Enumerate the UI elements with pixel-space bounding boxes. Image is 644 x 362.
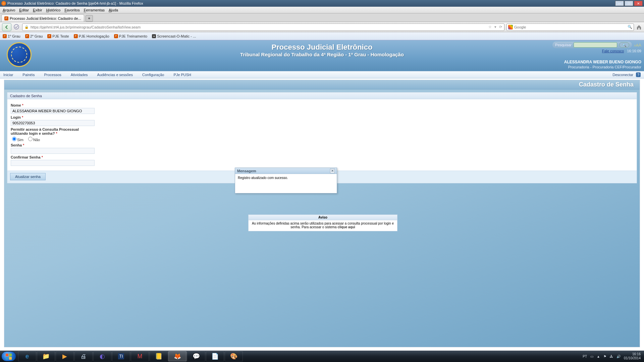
header-tools: Pesquisar 🔍 AAA (552, 42, 641, 48)
pje-icon: P (74, 34, 78, 38)
bookmark-star-icon[interactable]: ☆ (488, 25, 492, 29)
menu-ferramentas[interactable]: Ferramentas (84, 8, 105, 12)
header-search: Pesquisar 🔍 (552, 42, 632, 48)
adaptive-icon[interactable] (13, 24, 20, 31)
taskbar-gmail[interactable]: M (131, 351, 149, 361)
search-label: Pesquisar (555, 43, 572, 47)
help-icon[interactable]: ? (636, 72, 641, 77)
bookmark-pje-trein[interactable]: PPJE Treinamento (114, 34, 147, 38)
form-area: Nome * Login * Permitir acesso à Consult… (7, 99, 637, 169)
pje-icon: P (114, 34, 118, 38)
back-button[interactable] (2, 23, 11, 31)
nav-paineis[interactable]: Painéis (22, 73, 35, 77)
eclipse-icon: ◐ (100, 353, 105, 360)
pje-icon: P (47, 34, 51, 38)
palette-icon: 🎨 (230, 353, 237, 360)
header-search-button[interactable]: 🔍 (619, 42, 629, 48)
radio-sim[interactable] (12, 137, 16, 141)
court-seal-logo (7, 42, 33, 68)
home-button[interactable] (636, 24, 642, 30)
tray-network-icon[interactable]: 🖧 (610, 355, 613, 358)
window-maximize-button[interactable]: □ (625, 1, 633, 6)
login-label: Login * (11, 115, 633, 119)
taskbar-eclipse[interactable]: ◐ (93, 351, 111, 361)
menu-exibir[interactable]: Exibir (33, 8, 42, 12)
senha-field[interactable] (11, 148, 95, 154)
start-button[interactable] (1, 351, 16, 361)
aviso-link[interactable]: clique aqui (337, 225, 355, 229)
menu-favoritos[interactable]: Favoritos (64, 8, 79, 12)
taskbar-chat[interactable]: 💬 (187, 351, 205, 361)
url-bar[interactable]: 🔒 https://pjehml.trt4.jus.br/primeirogra… (22, 23, 504, 31)
font-size-controls[interactable]: AAA (634, 43, 641, 48)
bookmark-bar: P1º Grau P2º Grau PPJE Teste PPJE Homolo… (0, 32, 644, 40)
message-popup: Mensagem ✕ Registro atualizado com suces… (235, 168, 337, 193)
taskbar-printer[interactable]: 🖨 (74, 351, 93, 361)
search-go-icon[interactable]: 🔍 (628, 25, 632, 29)
taskbar-explorer[interactable]: 📁 (37, 351, 55, 361)
nav-pje-push[interactable]: PJe PUSH (173, 73, 191, 77)
nav-atividades[interactable]: Atividades (71, 73, 88, 77)
search-input[interactable] (514, 25, 626, 29)
taskbar-firefox[interactable]: 🦊 (168, 351, 186, 361)
window-minimize-button[interactable]: — (615, 1, 624, 6)
taskbar-word[interactable]: 📄 (206, 351, 224, 361)
bookmark-screencast[interactable]: ●Screencast-O-Matic - ... (152, 34, 196, 38)
bookmark-2grau[interactable]: P2º Grau (25, 34, 43, 38)
bookmark-1grau[interactable]: P1º Grau (3, 34, 20, 38)
message-title[interactable]: Mensagem ✕ (235, 168, 337, 174)
atualizar-senha-button[interactable]: Atualizar senha (10, 173, 46, 180)
radio-nao[interactable] (28, 137, 33, 141)
login-field[interactable] (11, 120, 95, 126)
nome-field[interactable] (11, 108, 95, 114)
message-close-button[interactable]: ✕ (330, 169, 335, 173)
taskbar-ie[interactable]: e (18, 351, 36, 361)
bookmark-pje-homolog[interactable]: PPJE Homologação (74, 34, 109, 38)
tab-favicon-icon: P (4, 16, 8, 20)
tray-up-icon[interactable]: ▲ (597, 355, 600, 358)
tray-lang[interactable]: PT (583, 355, 587, 358)
senha-label: Senha * (11, 143, 633, 147)
nav-processos[interactable]: Processos (44, 73, 61, 77)
windows-taskbar: e 📁 ▶ 🖨 ◐ TI M 📒 🦊 💬 📄 🎨 PT ▭ ▲ ⚑ 🖧 🔊 16… (0, 351, 644, 362)
new-tab-button[interactable]: + (86, 15, 93, 22)
menu-ajuda[interactable]: Ajuda (109, 8, 118, 12)
browser-tab[interactable]: P Processo Judicial Eletrônico: Cadastro… (1, 14, 84, 22)
menu-editar[interactable]: Editar (19, 8, 29, 12)
nav-audiencias[interactable]: Audiências e sessões (97, 73, 133, 77)
tray-clock[interactable]: 16:16 01/10/2014 (624, 352, 641, 360)
confirmar-senha-field[interactable] (11, 160, 95, 166)
record-icon: ● (152, 34, 156, 38)
system-tray: PT ▭ ▲ ⚑ 🖧 🔊 16:16 01/10/2014 (583, 352, 643, 360)
nav-config[interactable]: Configuração (142, 73, 164, 77)
nav-iniciar[interactable]: Iniciar (3, 73, 13, 77)
taskbar-mediaplayer[interactable]: ▶ (56, 351, 74, 361)
window-close-button[interactable]: ✕ (634, 1, 643, 6)
bookmark-pje-teste[interactable]: PPJE Teste (47, 34, 69, 38)
doc-icon: 📄 (211, 353, 219, 360)
page-banner: Cadastro de Senha (4, 80, 640, 89)
tray-battery-icon[interactable]: ▭ (590, 355, 593, 358)
taskbar-paint[interactable]: 🎨 (225, 351, 243, 361)
taskbar-texteditor[interactable]: TI (112, 351, 130, 361)
taskbar-notes[interactable]: 📒 (150, 351, 168, 361)
pje-icon: P (25, 34, 29, 38)
tray-flag-icon[interactable]: ⚑ (603, 355, 606, 358)
aviso-box: Aviso As informações definidas acima ser… (248, 215, 397, 231)
menu-historico[interactable]: Histórico (46, 8, 61, 12)
confirmar-label: Confirmar Senha * (11, 155, 633, 159)
disconnect-link[interactable]: Desconectar (612, 73, 633, 77)
tray-volume-icon[interactable]: 🔊 (616, 355, 621, 358)
fale-conosco-link[interactable]: Fale conosco (602, 49, 624, 53)
menu-arquivo[interactable]: Arquivo (3, 8, 15, 12)
dropdown-icon[interactable]: ▾ (494, 25, 496, 29)
browser-navbar: 🔒 https://pjehml.trt4.jus.br/primeirogra… (0, 22, 644, 32)
header-search-input[interactable] (574, 42, 617, 48)
reload-icon[interactable]: ⟳ (499, 25, 502, 29)
chat-icon: 💬 (193, 353, 200, 360)
ie-icon: e (25, 353, 29, 360)
permitir-radios: Sim Não (12, 137, 633, 142)
app-subtitle: Tribunal Regional do Trabalho da 4ª Regi… (0, 52, 644, 57)
search-bar[interactable]: 🔍 (506, 23, 634, 31)
app-viewport: Processo Judicial Eletrônico Tribunal Re… (0, 40, 644, 351)
